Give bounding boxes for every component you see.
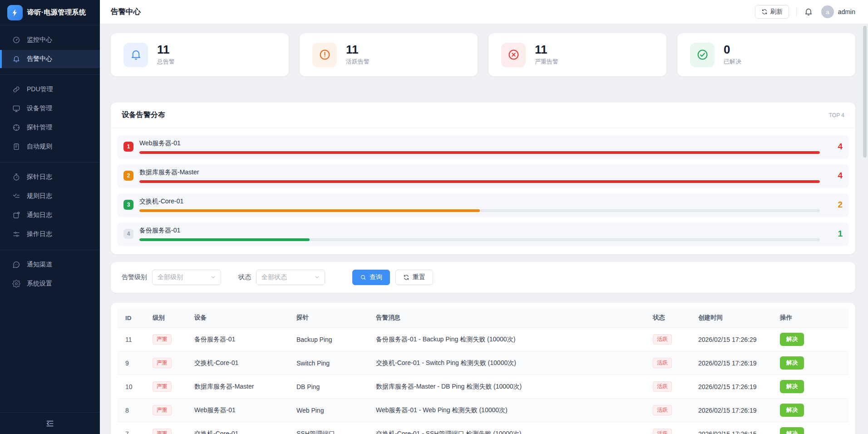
link-icon [12,85,20,94]
message-cell: 交换机-Core-01 - Switch Ping 检测失败 (10000次) [372,351,649,375]
alert-count: 4 [827,171,843,181]
device-name: 备份服务器-01 [139,227,820,235]
resolve-button[interactable]: 解决 [780,380,804,393]
created-cell: 2026/02/15 17:26:29 [695,328,776,351]
alert-bar-track [139,151,820,154]
stat-card-bell: 11总告警 [111,33,289,76]
stat-value: 0 [724,44,741,56]
stat-label: 活跃告警 [346,58,370,66]
created-cell: 2026/02/15 17:26:19 [695,399,776,422]
username: admin [838,8,855,15]
refresh-label: 刷新 [770,8,783,16]
distribution-row: 2数据库服务器-Master4 [117,164,849,188]
gauge-icon [12,36,20,44]
distribution-header: 设备告警分布 TOP 4 [111,103,855,128]
search-button-label: 查询 [370,273,382,281]
status-badge: 活跃 [653,358,672,368]
resolve-button[interactable]: 解决 [780,427,804,434]
sidebar-item-link[interactable]: PDU管理 [0,80,100,99]
refresh-button[interactable]: 刷新 [755,5,789,19]
sidebar-item-label: 探针管理 [27,123,52,132]
resolve-button[interactable]: 解决 [780,404,804,417]
search-button[interactable]: 查询 [352,270,390,285]
sidebar-item-note[interactable]: 通知日志 [0,206,100,224]
sidebar-item-bell[interactable]: 告警中心 [0,50,100,68]
sidebar-item-chat[interactable]: 通知渠道 [0,256,100,274]
main-area: 告警中心 刷新 a admin 11总告警11活跃告警11严重告警0已解决 设备… [100,0,868,434]
resolve-button[interactable]: 解决 [780,333,804,346]
device-cell: 交换机-Core-01 [191,351,293,375]
stopwatch-icon [12,173,20,181]
distribution-row-body: 数据库服务器-Master [139,168,820,183]
sliders-icon [12,230,20,238]
level-badge: 严重 [153,405,172,415]
sidebar-item-checklist[interactable]: 规则日志 [0,187,100,205]
device-cell: 交换机-Core-01 [191,422,293,434]
stat-text: 11活跃告警 [346,44,370,66]
table-row: 11严重备份服务器-01Backup Ping备份服务器-01 - Backup… [117,328,849,351]
stat-text: 11严重告警 [535,44,558,66]
sidebar-item-crosshair[interactable]: 探针管理 [0,118,100,137]
distribution-rows: 1Web服务器-0142数据库服务器-Master43交换机-Core-0124… [111,128,855,254]
column-header: 告警消息 [372,308,649,328]
alert-bar-track [139,209,820,212]
sidebar: 谛听·电源管理系统 监控中心告警中心PDU管理设备管理探针管理自动规则探针日志规… [0,0,100,434]
table-row: 7严重交换机-Core-01SSH管理端口交换机-Core-01 - SSH管理… [117,422,849,434]
probe-cell: Backup Ping [293,328,372,351]
sidebar-item-gear[interactable]: 系统设置 [0,275,100,293]
created-cell: 2026/02/15 17:26:19 [695,351,776,375]
top-n-label: TOP 4 [829,112,844,118]
distribution-row-body: 备份服务器-01 [139,227,820,241]
distribution-row: 1Web服务器-014 [117,135,849,159]
error-icon [501,43,526,67]
status-badge: 活跃 [653,405,672,415]
stat-card-warning: 11活跃告警 [300,33,478,76]
sidebar-item-sliders[interactable]: 操作日志 [0,225,100,243]
scrollbar-thumb[interactable] [863,26,867,158]
alert-id: 9 [117,351,149,375]
sidebar-item-clipboard[interactable]: 自动规则 [0,138,100,156]
filter-bar: 告警级别 全部级别 状态 全部状态 查询 重置 [111,262,855,293]
reset-icon [403,274,409,281]
sidebar-item-label: 系统设置 [27,280,52,288]
alert-bar-fill [139,151,820,154]
sidebar-item-stopwatch[interactable]: 探针日志 [0,168,100,186]
alert-level-select[interactable]: 全部级别 [152,270,221,285]
probe-cell: SSH管理端口 [293,422,372,434]
resolve-button[interactable]: 解决 [780,356,804,370]
reset-button[interactable]: 重置 [395,270,433,285]
app-title: 谛听·电源管理系统 [27,8,86,17]
alert-count: 1 [827,229,843,239]
column-header: 操作 [776,308,849,328]
stat-label: 已解决 [724,58,741,66]
sidebar-group-4: 通知渠道系统设置 [0,250,100,299]
sidebar-collapse-icon[interactable] [45,419,54,428]
status-label: 状态 [238,273,251,281]
refresh-icon [761,9,768,15]
lightning-bolt-icon [7,5,23,20]
created-cell: 2026/02/15 17:26:15 [695,422,776,434]
reset-button-label: 重置 [413,273,425,281]
alert-count: 2 [827,200,843,210]
table-header-row: ID级别设备探针告警消息状态创建时间操作 [117,308,849,328]
sidebar-group-2: PDU管理设备管理探针管理自动规则 [0,74,100,162]
gear-icon [12,280,20,288]
stat-value: 11 [157,44,175,56]
warning-icon [312,43,337,67]
crosshair-icon [12,123,20,132]
header-divider [796,7,797,16]
alert-level-value: 全部级别 [158,273,183,281]
alert-bar-track [139,238,820,241]
column-header: 创建时间 [695,308,776,328]
avatar[interactable]: a [821,5,834,18]
sidebar-item-monitor[interactable]: 设备管理 [0,99,100,118]
sidebar-item-label: 通知渠道 [27,261,52,269]
sidebar-item-gauge[interactable]: 监控中心 [0,31,100,49]
sidebar-group-3: 探针日志规则日志通知日志操作日志 [0,162,100,250]
notification-bell-icon[interactable] [804,7,813,16]
alert-id: 10 [117,375,149,399]
success-icon [690,43,715,67]
status-select[interactable]: 全部状态 [256,270,325,285]
alert-id: 8 [117,399,149,422]
stat-card-success: 0已解决 [677,33,855,76]
